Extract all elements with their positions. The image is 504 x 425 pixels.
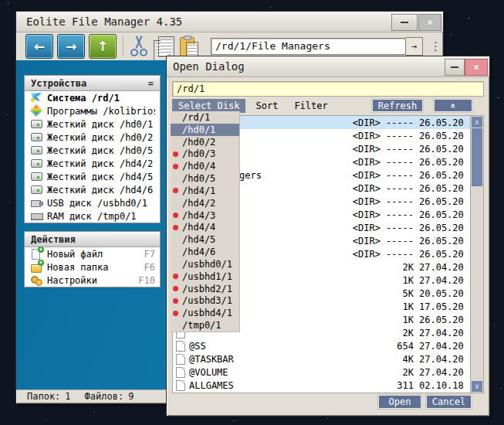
main-titlebar[interactable]: Eolite File Manager 4.35 × xyxy=(16,12,443,32)
disk-item[interactable]: /hd4/3 xyxy=(171,209,239,222)
file-date: 26.05.20 xyxy=(419,144,467,155)
file-icon xyxy=(176,353,185,365)
scrollbar-thumb[interactable] xyxy=(472,128,482,186)
forward-arrow-icon: → xyxy=(66,39,76,54)
file-size: <DIR> xyxy=(353,223,381,233)
device-item[interactable]: Система /rd/1 xyxy=(25,91,160,104)
file-date: 26.05.20 xyxy=(419,223,467,233)
disk-item[interactable]: /hd4/2 xyxy=(171,197,239,209)
disk-item[interactable]: /hd4/4 xyxy=(171,221,239,233)
copy-button[interactable] xyxy=(154,36,174,57)
file-size: <DIR> xyxy=(353,157,381,168)
settings-gears-icon xyxy=(30,274,43,286)
device-item[interactable]: Жесткий диск /hd4/2 xyxy=(25,157,160,170)
dialog-path-input[interactable]: /rd/1 xyxy=(172,81,484,97)
device-item[interactable]: Жесткий диск /hd0/1 xyxy=(25,117,160,131)
device-item[interactable]: RAM диск /tmp0/1 xyxy=(25,209,160,223)
hdd-icon xyxy=(30,184,43,196)
new-folder-icon xyxy=(30,261,43,273)
action-item[interactable]: Новый файл F7 xyxy=(25,247,160,260)
file-size: <DIR> xyxy=(353,144,381,155)
device-item[interactable]: Программы /kolibrios xyxy=(25,104,160,117)
disk-label: /usbhd1/1 xyxy=(182,271,232,282)
disk-item[interactable]: /usbhd4/1 xyxy=(171,307,239,319)
device-item[interactable]: Жесткий диск /hd0/5 xyxy=(25,144,160,157)
device-item[interactable]: USB диск /usbhd0/1 xyxy=(25,196,160,209)
file-date: 27.04.20 xyxy=(419,328,467,338)
file-size: <DIR> xyxy=(353,249,381,260)
back-button[interactable]: ← xyxy=(25,34,53,59)
toolbar-separator xyxy=(123,36,123,56)
disk-item[interactable]: /usbhd1/1 xyxy=(171,270,239,283)
disk-item[interactable]: /hd0/3 xyxy=(171,148,239,160)
file-row[interactable]: @SS 654 27.04.20 xyxy=(173,339,483,352)
hdd-icon xyxy=(30,171,43,182)
disk-item[interactable]: /rd/1 xyxy=(171,111,239,124)
hotkey-label: F7 xyxy=(144,249,155,260)
close-button[interactable]: × xyxy=(418,14,441,31)
collapse-icon[interactable]: = xyxy=(148,78,154,89)
refresh-button[interactable]: Refresh xyxy=(371,98,424,113)
unmounted-dot-icon xyxy=(173,151,178,157)
disk-label: /hd0/2 xyxy=(182,137,215,148)
dialog-title: Open Dialog xyxy=(167,60,245,73)
disk-label: /hd4/5 xyxy=(182,234,215,245)
forward-button[interactable]: → xyxy=(57,34,85,59)
file-row[interactable]: @TASKBAR 4K 27.04.20 xyxy=(173,352,483,366)
disk-item[interactable]: /hd0/2 xyxy=(171,136,239,148)
disk-label: /hd4/3 xyxy=(182,210,215,221)
dialog-close-button[interactable]: × xyxy=(465,59,488,76)
open-button[interactable]: Open xyxy=(377,394,422,410)
folders-label: Папок: xyxy=(27,391,60,402)
file-row[interactable]: ALLGAMES 311 02.10.18 xyxy=(173,379,483,392)
unmounted-dot-icon xyxy=(173,311,178,316)
menu-item[interactable]: Sort xyxy=(249,99,284,113)
disk-item[interactable]: /hd0/4 xyxy=(171,160,239,172)
file-row[interactable]: @VOLUME 2K 27.04.20 xyxy=(173,366,483,379)
go-button[interactable]: → xyxy=(406,37,423,56)
device-item[interactable]: Жесткий диск /hd4/6 xyxy=(25,183,160,196)
disk-item[interactable]: /usbhd3/1 xyxy=(171,294,239,307)
up-button[interactable]: ↑ xyxy=(89,34,117,59)
action-item[interactable]: Новая папка F6 xyxy=(25,260,160,274)
minimize-button[interactable] xyxy=(391,14,418,31)
disk-item[interactable]: /usbhd2/1 xyxy=(171,283,239,295)
actions-panel-title: Действия xyxy=(31,234,76,245)
file-date: 17.05.20 xyxy=(419,301,467,312)
scroll-down-button[interactable]: ∨ xyxy=(472,381,482,392)
folders-count: 1 xyxy=(65,391,70,402)
disk-item[interactable]: /hd4/5 xyxy=(171,233,239,246)
cancel-button[interactable]: Cancel xyxy=(425,394,472,410)
device-item[interactable]: Жесткий диск /hd4/5 xyxy=(25,170,160,183)
collapse-panel-button[interactable]: « xyxy=(433,98,473,113)
file-attrs: ----- xyxy=(386,209,414,220)
file-date: 26.05.20 xyxy=(419,249,467,260)
file-date: 26.05.20 xyxy=(419,314,467,325)
scroll-up-button[interactable]: ∧ xyxy=(472,117,482,128)
cut-button[interactable] xyxy=(129,36,149,57)
dialog-titlebar[interactable]: Open Dialog × xyxy=(167,56,489,77)
overflow-menu-button[interactable]: ⋮ xyxy=(430,42,441,50)
disk-label: /hd0/3 xyxy=(182,148,215,159)
disk-item[interactable]: /hd4/1 xyxy=(171,185,239,197)
disk-item[interactable]: /usbhd0/1 xyxy=(171,258,239,270)
path-input[interactable]: /rd/1/File Managers xyxy=(211,38,406,55)
disk-item[interactable]: /tmp0/1 xyxy=(171,319,239,332)
disk-item[interactable]: /hd4/6 xyxy=(171,246,239,258)
disk-label: /hd0/5 xyxy=(182,173,215,184)
disk-label: /usbhd0/1 xyxy=(182,259,232,270)
device-item[interactable]: Жесткий диск /hd0/2 xyxy=(25,131,160,144)
chevron-down-icon: ∨ xyxy=(475,382,479,390)
menu-item[interactable]: Filter xyxy=(288,99,333,113)
disk-item[interactable]: /hd0/5 xyxy=(171,172,239,185)
unmounted-dot-icon xyxy=(173,274,178,279)
file-date: 26.05.20 xyxy=(419,157,467,168)
file-attrs: ----- xyxy=(386,196,414,207)
dialog-minimize-button[interactable] xyxy=(445,59,465,76)
paste-button[interactable] xyxy=(180,36,198,57)
disk-item[interactable]: /hd0/1 xyxy=(171,124,239,136)
disk-label: /usbhd4/1 xyxy=(182,308,232,318)
scrollbar[interactable]: ∧ ∨ xyxy=(470,116,483,393)
action-item[interactable]: Настройки F10 xyxy=(25,274,160,287)
menu-item[interactable]: Select Disk xyxy=(172,99,245,113)
